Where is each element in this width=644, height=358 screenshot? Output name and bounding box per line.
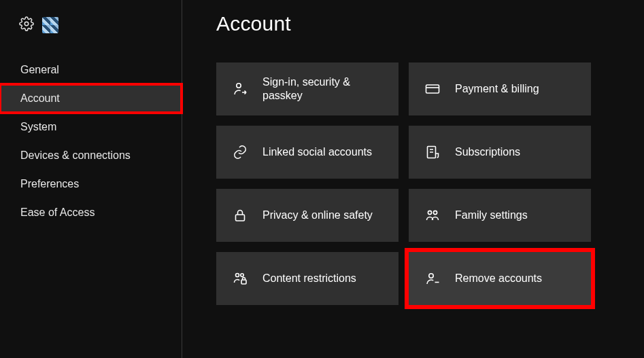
lock-icon <box>231 207 249 223</box>
sidebar-header <box>0 14 182 56</box>
main-panel: Account Sign-in, security & passkey Paym… <box>182 0 644 358</box>
sidebar-item-label: Devices & connections <box>20 149 131 162</box>
person-minus-icon <box>424 270 441 287</box>
tile-grid: Sign-in, security & passkey Payment & bi… <box>216 62 624 305</box>
sidebar-item-devices-connections[interactable]: Devices & connections <box>0 141 182 170</box>
sidebar-item-preferences[interactable]: Preferences <box>0 170 182 198</box>
tile-payment-billing[interactable]: Payment & billing <box>409 62 591 115</box>
tile-label: Content restrictions <box>262 272 356 285</box>
sidebar-item-system[interactable]: System <box>0 113 182 141</box>
settings-app: General Account System Devices & connect… <box>0 0 644 358</box>
sidebar-item-account[interactable]: Account <box>0 84 182 113</box>
tile-subscriptions[interactable]: Subscriptions <box>409 126 591 179</box>
sidebar-item-label: Preferences <box>20 178 79 190</box>
svg-rect-2 <box>426 85 439 93</box>
tile-privacy-online-safety[interactable]: Privacy & online safety <box>216 189 399 242</box>
page-title: Account <box>216 12 624 35</box>
sidebar-nav: General Account System Devices & connect… <box>0 56 182 227</box>
gear-icon <box>19 16 34 34</box>
svg-point-5 <box>428 211 431 214</box>
sidebar-item-label: Account <box>20 92 60 105</box>
tile-label: Sign-in, security & passkey <box>262 75 386 103</box>
svg-rect-4 <box>236 215 245 221</box>
family-icon <box>424 207 441 223</box>
tile-sign-in-security-passkey[interactable]: Sign-in, security & passkey <box>216 62 399 115</box>
avatar[interactable] <box>42 17 58 33</box>
tile-content-restrictions[interactable]: Content restrictions <box>216 252 399 305</box>
sidebar-item-label: Ease of Access <box>20 207 95 219</box>
sidebar: General Account System Devices & connect… <box>0 0 182 358</box>
tile-linked-social-accounts[interactable]: Linked social accounts <box>216 126 399 179</box>
person-group-lock-icon <box>231 270 249 287</box>
sidebar-item-label: General <box>20 64 59 76</box>
svg-rect-9 <box>241 280 246 284</box>
tile-label: Family settings <box>455 209 528 222</box>
svg-point-0 <box>24 22 29 26</box>
svg-point-6 <box>433 211 437 214</box>
tile-remove-accounts[interactable]: Remove accounts <box>409 252 591 305</box>
svg-point-1 <box>237 84 241 88</box>
sidebar-item-ease-of-access[interactable]: Ease of Access <box>0 198 182 227</box>
tile-label: Remove accounts <box>455 272 542 285</box>
sidebar-item-general[interactable]: General <box>0 56 182 84</box>
person-arrow-icon <box>231 81 249 97</box>
tile-label: Linked social accounts <box>262 145 372 159</box>
svg-point-7 <box>236 274 239 277</box>
link-icon <box>231 144 249 160</box>
sidebar-item-label: System <box>20 121 56 133</box>
tile-label: Privacy & online safety <box>262 209 373 222</box>
svg-point-8 <box>241 274 243 276</box>
svg-point-10 <box>429 274 433 278</box>
tile-label: Payment & billing <box>455 82 539 96</box>
receipt-icon <box>424 144 441 160</box>
tile-label: Subscriptions <box>455 145 520 159</box>
credit-card-icon <box>424 81 441 97</box>
tile-family-settings[interactable]: Family settings <box>409 189 591 242</box>
